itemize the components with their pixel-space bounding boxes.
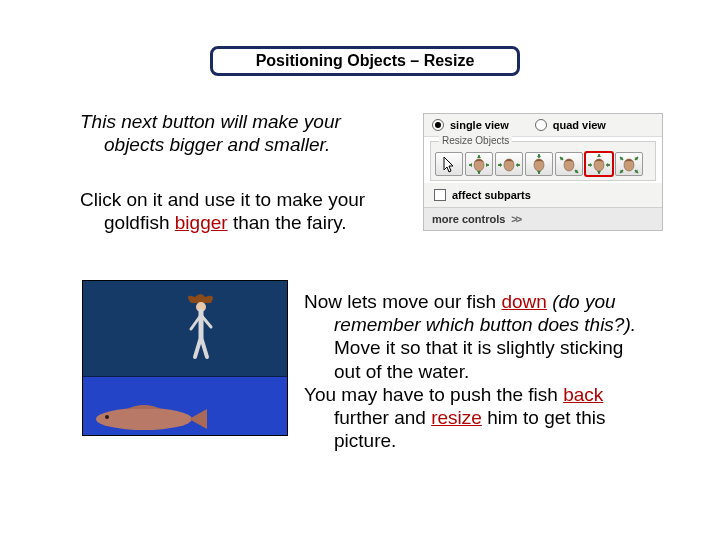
quad-view-radio[interactable] xyxy=(535,119,547,131)
arrow-tool[interactable] xyxy=(435,152,463,176)
slide-title: Positioning Objects – Resize xyxy=(210,46,520,76)
affect-subparts-row: affect subparts xyxy=(424,183,662,207)
svg-point-43 xyxy=(96,408,192,430)
svg-marker-13 xyxy=(517,163,520,167)
more-controls-button[interactable]: more controls >> xyxy=(424,207,662,230)
svg-marker-32 xyxy=(607,163,610,167)
svg-marker-2 xyxy=(477,155,481,158)
text: Now lets move our fish down (do you xyxy=(304,291,616,312)
text: than the fairy. xyxy=(228,212,347,233)
view-mode-row: single view quad view xyxy=(424,114,662,137)
text: goldfish xyxy=(104,212,175,233)
controls-panel: single view quad view Resize Objects aff… xyxy=(423,113,663,231)
svg-marker-37 xyxy=(634,157,638,161)
text: You may have to push the fish xyxy=(304,384,563,405)
scene-preview xyxy=(82,280,288,436)
resize-depth-tool[interactable] xyxy=(555,152,583,176)
svg-marker-18 xyxy=(537,171,541,174)
svg-marker-8 xyxy=(486,163,489,167)
svg-marker-6 xyxy=(469,163,472,167)
affect-subparts-checkbox[interactable] xyxy=(434,189,446,201)
goldfish-icon xyxy=(89,401,209,433)
svg-point-44 xyxy=(105,415,109,419)
text: further and resize him to get this xyxy=(304,406,684,429)
text: further and xyxy=(334,407,431,428)
followup-paragraph: Now lets move our fish down (do you reme… xyxy=(304,290,684,452)
svg-marker-16 xyxy=(537,154,541,157)
svg-marker-4 xyxy=(477,171,481,174)
text: Move it so that it is slightly sticking xyxy=(304,336,684,359)
text: picture. xyxy=(304,429,684,452)
intro-paragraph: This next button will make your objects … xyxy=(80,110,400,156)
text: Click on it and use it to make your xyxy=(80,189,365,210)
svg-marker-11 xyxy=(498,163,501,167)
parenthetical: remember which button does this?). xyxy=(304,313,684,336)
text: out of the water. xyxy=(304,360,684,383)
svg-marker-26 xyxy=(597,154,601,157)
keyword-bigger: bigger xyxy=(175,212,228,233)
keyword-down: down xyxy=(501,291,546,312)
instruction-paragraph: Click on it and use it to make your gold… xyxy=(80,188,410,234)
resize-free-tool[interactable] xyxy=(615,152,643,176)
affect-subparts-label: affect subparts xyxy=(452,189,531,201)
resize-toolbar xyxy=(435,152,651,176)
svg-marker-35 xyxy=(620,157,624,161)
svg-marker-21 xyxy=(560,157,564,161)
text: This next button will make your xyxy=(80,111,341,132)
text: You may have to push the fish back xyxy=(304,384,603,405)
quad-view-label: quad view xyxy=(553,119,606,131)
resize-vertical-tool[interactable] xyxy=(525,152,553,176)
resize-objects-group: Resize Objects xyxy=(430,141,656,181)
svg-marker-39 xyxy=(620,169,624,173)
resize-uniform-tool[interactable] xyxy=(465,152,493,176)
single-view-label: single view xyxy=(450,119,509,131)
more-controls-label: more controls xyxy=(432,213,505,225)
svg-marker-30 xyxy=(588,163,591,167)
fairy-icon xyxy=(181,291,223,363)
keyword-resize: resize xyxy=(431,407,482,428)
svg-marker-23 xyxy=(574,169,578,173)
parenthetical: (do you xyxy=(552,291,615,312)
resize-all-tool[interactable] xyxy=(585,152,613,176)
text: Now lets move our fish xyxy=(304,291,501,312)
single-view-radio[interactable] xyxy=(432,119,444,131)
keyword-back: back xyxy=(563,384,603,405)
resize-horizontal-tool[interactable] xyxy=(495,152,523,176)
svg-marker-28 xyxy=(597,171,601,174)
resize-objects-legend: Resize Objects xyxy=(439,135,512,146)
text: him to get this xyxy=(482,407,606,428)
text: objects bigger and smaller. xyxy=(80,133,400,156)
svg-marker-41 xyxy=(634,169,638,173)
chevron-right-icon: >> xyxy=(511,213,520,225)
text: goldfish bigger than the fairy. xyxy=(80,211,410,234)
